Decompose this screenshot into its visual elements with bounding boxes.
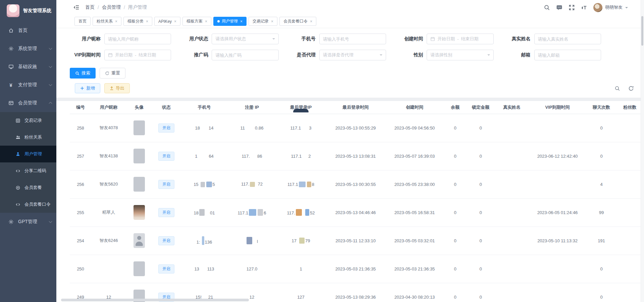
tab-close-icon[interactable]: × bbox=[174, 19, 176, 23]
vertical-scrollbar-thumb[interactable] bbox=[641, 16, 643, 46]
filter-label: 创建时间 bbox=[395, 36, 423, 42]
font-size-icon[interactable] bbox=[581, 4, 587, 11]
add-button[interactable]: 新增 bbox=[75, 83, 100, 93]
cell-nickname: 稻草人 bbox=[91, 198, 126, 226]
calendar-icon bbox=[108, 53, 113, 57]
promo-code-input[interactable] bbox=[212, 50, 278, 60]
vertical-scrollbar[interactable] bbox=[641, 0, 644, 302]
tab-label: 模板方案 bbox=[186, 18, 203, 24]
tab-close-icon[interactable]: × bbox=[205, 19, 207, 23]
column-header: VIP到期时间 bbox=[529, 101, 586, 114]
tab-close-icon[interactable]: × bbox=[240, 19, 243, 23]
cell-last-login-ip: 117.13 bbox=[276, 114, 326, 142]
cell-vip-expire bbox=[529, 114, 586, 142]
cell-register-ip: 117.86 bbox=[228, 142, 276, 170]
gender-select[interactable]: 请选择性别 bbox=[427, 50, 493, 60]
sidebar-item-payment[interactable]: ¥ 支付管理 bbox=[0, 76, 56, 94]
cell-vip-expire bbox=[529, 283, 586, 302]
value-fragment: 64 bbox=[209, 154, 213, 159]
filter-real-name: 真实姓名 bbox=[502, 34, 601, 44]
date-end-placeholder: 结束日期 bbox=[139, 52, 156, 58]
user-menu[interactable]: 萌萌智友 bbox=[593, 3, 628, 12]
cell-avatar bbox=[126, 114, 152, 142]
cell-last-login-ip: 117.52 bbox=[276, 198, 326, 226]
created-date-range[interactable]: 开始日期 - 结束日期 bbox=[427, 34, 493, 44]
search-button[interactable]: 搜索 bbox=[70, 68, 96, 79]
agent-select[interactable]: 请选择是否代理 bbox=[319, 50, 386, 60]
topbar-actions: 萌萌智友 bbox=[544, 3, 628, 12]
tab-0[interactable]: 首页 bbox=[74, 17, 91, 26]
cell-created-time: 2023-04-30 08:20:13 bbox=[385, 283, 444, 302]
cell-phone: 1801 bbox=[180, 198, 228, 226]
column-header: 真实姓名 bbox=[495, 101, 529, 114]
select-placeholder: 请选择用户状态 bbox=[215, 36, 246, 42]
tab-7[interactable]: 会员套餐口令× bbox=[279, 17, 316, 26]
sidebar-item-system[interactable]: 系统管理 bbox=[0, 40, 56, 58]
vip-date-range[interactable]: 开始日期 - 结束日期 bbox=[104, 50, 171, 60]
sidebar-item-fans[interactable]: 粉丝关系 bbox=[0, 129, 56, 146]
sidebar-item-user-management[interactable]: 用户管理 bbox=[0, 146, 56, 162]
cell-locked-amount: 0 bbox=[466, 283, 495, 302]
column-header: 创建时间 bbox=[385, 101, 444, 114]
message-icon[interactable] bbox=[556, 4, 562, 11]
sidebar-item-home[interactable]: 首页 bbox=[0, 21, 56, 40]
sidebar-item-transactions[interactable]: 交易记录 bbox=[0, 112, 56, 129]
cell-vip-expire: 2023-06-12 12:42:40 bbox=[529, 142, 586, 170]
tab-5[interactable]: 用户管理× bbox=[213, 17, 247, 26]
cell-created-time: 2023-05-05 16:58:31 bbox=[385, 198, 444, 226]
cell-avatar bbox=[126, 170, 152, 198]
real-name-input[interactable] bbox=[534, 34, 601, 44]
tab-6[interactable]: 交易记录× bbox=[249, 17, 277, 26]
menu-fold-icon[interactable] bbox=[73, 4, 80, 11]
sidebar-item-member-plans[interactable]: 会员套餐 bbox=[0, 179, 56, 196]
sidebar-item-infra[interactable]: 基础设施 bbox=[0, 58, 56, 76]
tab-3[interactable]: APIKey× bbox=[154, 17, 180, 26]
censor-block bbox=[199, 209, 205, 216]
chevron-up-icon bbox=[49, 102, 52, 105]
tab-close-icon[interactable]: × bbox=[146, 19, 148, 23]
reset-button[interactable]: 重置 bbox=[100, 68, 125, 79]
gear-icon bbox=[8, 46, 14, 52]
status-badge: 开启 bbox=[158, 152, 174, 161]
cell-real-name bbox=[495, 170, 529, 198]
search-icon[interactable] bbox=[544, 4, 550, 11]
value-fragment: 17 bbox=[292, 238, 297, 243]
refresh-icon[interactable] bbox=[628, 86, 634, 91]
sidebar-item-share-qrcode[interactable]: 分享二维码 bbox=[0, 162, 56, 179]
tab-1[interactable]: 粉丝关系× bbox=[93, 17, 121, 26]
sidebar-item-gpt[interactable]: GPT管理 bbox=[0, 213, 56, 231]
sidebar-item-label: 会员管理 bbox=[18, 100, 37, 106]
tab-2[interactable]: 模板分类× bbox=[123, 17, 152, 26]
cell-status: 开启 bbox=[152, 142, 180, 170]
cell-balance: 0 bbox=[444, 255, 466, 283]
sidebar-item-plan-codes[interactable]: 会员套餐口令 bbox=[0, 196, 56, 213]
tab-close-icon[interactable]: × bbox=[310, 19, 312, 23]
cell-id: 255 bbox=[70, 198, 91, 226]
nickname-input[interactable] bbox=[104, 34, 171, 44]
value-fragment: 117. bbox=[242, 154, 250, 159]
breadcrumb-members[interactable]: 会员管理 bbox=[102, 4, 121, 10]
tab-close-icon[interactable]: × bbox=[271, 19, 273, 23]
email-input[interactable] bbox=[534, 50, 601, 60]
export-button[interactable]: 导出 bbox=[104, 83, 130, 93]
cell-created-time: 2023-05-07 16:39:03 bbox=[385, 142, 444, 170]
sidebar-item-members[interactable]: 会员管理 bbox=[0, 94, 56, 112]
value-fragment: 72 bbox=[258, 182, 262, 187]
search-icon[interactable] bbox=[614, 86, 620, 91]
tab-label: 模板分类 bbox=[127, 18, 144, 24]
phone-input[interactable] bbox=[319, 34, 386, 44]
tab-4[interactable]: 模板方案× bbox=[182, 17, 211, 26]
breadcrumb-home[interactable]: 首页 bbox=[85, 4, 95, 10]
date-end-placeholder: 结束日期 bbox=[461, 36, 479, 42]
value-fragment: 117.1 bbox=[287, 182, 298, 187]
filter-form: 用户昵称 用户状态 请选择用户状态 手机号 创建时间 bbox=[56, 28, 644, 60]
fullscreen-icon[interactable] bbox=[569, 4, 575, 11]
status-select[interactable]: 请选择用户状态 bbox=[212, 34, 278, 44]
tab-label: APIKey bbox=[158, 19, 172, 24]
value-fragment: 117. bbox=[241, 182, 249, 187]
cell-fans-count bbox=[616, 283, 643, 302]
tab-close-icon[interactable]: × bbox=[115, 19, 117, 23]
horizontal-scrollbar-thumb[interactable] bbox=[61, 299, 249, 301]
filter-agent: 是否代理 请选择是否代理 bbox=[287, 50, 386, 60]
cell-balance: 0 bbox=[444, 142, 466, 170]
